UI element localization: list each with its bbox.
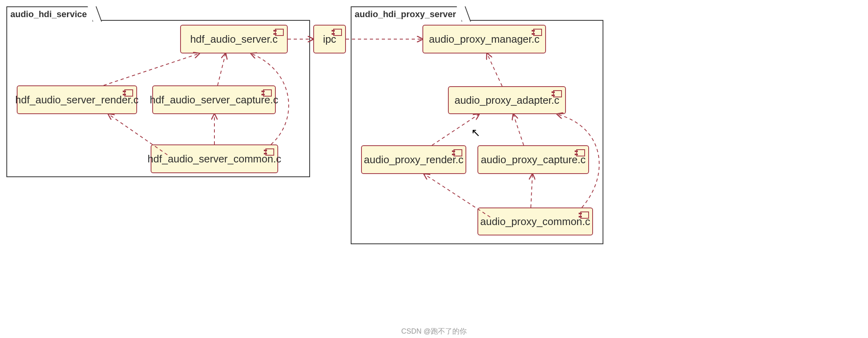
component-label: audio_proxy_adapter.c bbox=[454, 94, 559, 107]
component-icon bbox=[552, 90, 562, 97]
component-label: audio_proxy_render.c bbox=[364, 154, 463, 166]
component-icon bbox=[452, 149, 462, 156]
component-hdf-audio-server-common: hdf_audio_server_common.c bbox=[151, 144, 278, 173]
component-audio-proxy-capture: audio_proxy_capture.c bbox=[477, 145, 589, 174]
component-label: hdf_audio_server_render.c bbox=[15, 94, 138, 106]
component-audio-proxy-render: audio_proxy_render.c bbox=[361, 145, 466, 174]
package-tab-right: audio_hdi_proxy_server bbox=[351, 6, 462, 22]
component-hdf-audio-server-capture: hdf_audio_server_capture.c bbox=[152, 85, 276, 114]
package-label-left: audio_hdi_service bbox=[10, 9, 87, 20]
component-icon bbox=[579, 211, 589, 219]
component-label: audio_proxy_manager.c bbox=[429, 33, 540, 45]
component-icon bbox=[575, 149, 585, 156]
component-hdf-audio-server-render: hdf_audio_server_render.c bbox=[17, 85, 137, 114]
component-icon bbox=[532, 29, 542, 36]
component-label: hdf_audio_server_capture.c bbox=[150, 94, 278, 106]
component-label: hdf_audio_server_common.c bbox=[147, 153, 281, 165]
component-icon bbox=[332, 29, 342, 36]
component-label: hdf_audio_server.c bbox=[190, 33, 278, 45]
package-tab-left: audio_hdi_service bbox=[6, 6, 93, 22]
component-hdf-audio-server: hdf_audio_server.c bbox=[180, 25, 288, 53]
component-icon bbox=[123, 89, 133, 97]
component-audio-proxy-adapter: audio_proxy_adapter.c bbox=[448, 86, 566, 114]
component-label: audio_proxy_capture.c bbox=[481, 154, 585, 166]
component-audio-proxy-manager: audio_proxy_manager.c bbox=[422, 25, 546, 53]
component-ipc: ipc bbox=[313, 25, 346, 53]
component-audio-proxy-common: audio_proxy_common.c bbox=[477, 208, 593, 235]
component-icon bbox=[264, 148, 274, 156]
component-label: audio_proxy_common.c bbox=[480, 215, 590, 228]
component-icon bbox=[261, 89, 272, 97]
watermark-text: CSDN @跑不了的你 bbox=[401, 326, 467, 336]
mouse-cursor-icon: ↖ bbox=[471, 126, 480, 139]
component-icon bbox=[273, 29, 284, 36]
package-label-right: audio_hdi_proxy_server bbox=[355, 9, 456, 20]
